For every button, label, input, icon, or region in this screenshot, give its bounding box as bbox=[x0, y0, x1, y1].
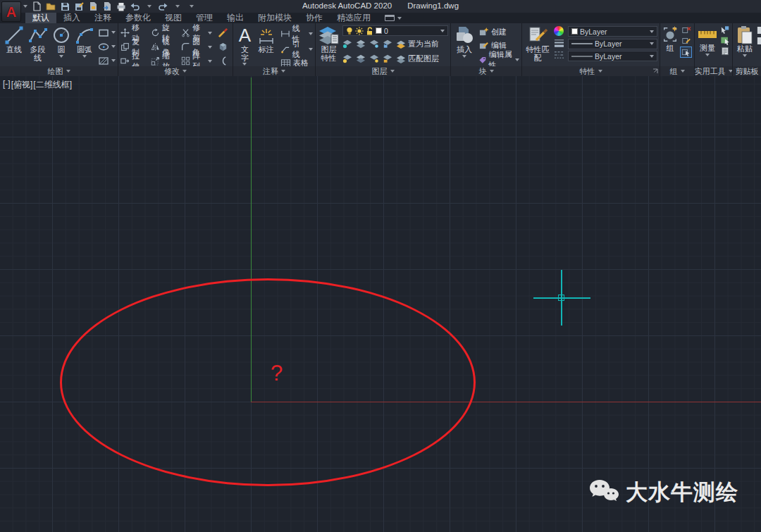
linetype-combo[interactable]: ByLayer bbox=[568, 51, 657, 61]
circle-flyout-icon[interactable] bbox=[59, 55, 63, 58]
copy-clip-icon[interactable] bbox=[756, 37, 761, 45]
array-flyout-icon[interactable] bbox=[208, 60, 212, 63]
panel-label-group[interactable]: 组 bbox=[660, 66, 694, 76]
panel-label-annotation[interactable]: 注释 bbox=[233, 66, 315, 76]
panel-label-block[interactable]: 块 bbox=[451, 66, 521, 76]
new-file-icon[interactable] bbox=[31, 1, 42, 11]
group-tool[interactable]: 组 bbox=[662, 25, 679, 66]
line-tool[interactable]: 直线 bbox=[4, 25, 24, 66]
tab-default[interactable]: 默认 bbox=[25, 13, 56, 23]
lineweight-combo[interactable]: ByLayer bbox=[568, 39, 657, 49]
tab-collaborate[interactable]: 协作 bbox=[299, 13, 330, 23]
layer-off-icon[interactable] bbox=[342, 39, 352, 49]
ribbon-display-toggle[interactable] bbox=[385, 13, 402, 23]
undo-dropdown-icon[interactable] bbox=[144, 1, 154, 11]
redo-icon[interactable] bbox=[158, 1, 168, 11]
layer-lock-icon[interactable] bbox=[383, 39, 392, 49]
dimension-tool[interactable]: 标注 bbox=[256, 25, 276, 66]
layer-on-all-icon[interactable] bbox=[342, 54, 352, 63]
cut-icon[interactable] bbox=[756, 26, 761, 35]
polyline-tool[interactable]: 多段线 bbox=[27, 25, 48, 66]
viewport-visual-style-control[interactable]: [二维线框] bbox=[33, 79, 72, 91]
panel-label-utilities[interactable]: 实用工具 bbox=[695, 66, 732, 76]
viewport-minimize-control[interactable]: [-] bbox=[3, 79, 11, 91]
layer-thaw-all-icon[interactable] bbox=[356, 54, 366, 63]
ellipse-tool[interactable] bbox=[98, 41, 116, 52]
set-current-layer-tool[interactable]: 置为当前 bbox=[396, 37, 439, 51]
match-layer-tool[interactable]: 匹配图层 bbox=[396, 52, 439, 66]
panel-label-draw[interactable]: 绘图 bbox=[0, 66, 118, 76]
text-flyout-icon[interactable] bbox=[242, 63, 247, 66]
tab-output[interactable]: 输出 bbox=[220, 13, 251, 23]
panel-label-modify[interactable]: 修改 bbox=[118, 66, 233, 76]
edit-attributes-flyout-icon[interactable] bbox=[515, 58, 519, 61]
panel-label-clipboard[interactable]: 剪贴板 bbox=[733, 66, 761, 76]
insert-block-tool[interactable]: 插入 bbox=[454, 25, 474, 66]
measure-tool[interactable]: 测量 bbox=[697, 25, 718, 66]
match-properties-tool[interactable]: 特性匹配 bbox=[526, 25, 550, 66]
tab-annotate[interactable]: 注释 bbox=[87, 13, 118, 23]
drawing-canvas[interactable]: [-] [俯视] [二维线框] ? 大水牛测绘 bbox=[0, 76, 761, 532]
text-tool[interactable]: A 文字 bbox=[237, 25, 252, 66]
layer-properties-tool[interactable]: 图层特性 bbox=[318, 25, 340, 66]
create-block-tool[interactable]: 创建 bbox=[478, 26, 519, 37]
tab-insert[interactable]: 插入 bbox=[56, 13, 87, 23]
linetype-icon[interactable] bbox=[554, 50, 564, 60]
color-wheel-icon[interactable] bbox=[554, 26, 564, 36]
layer-previous-icon[interactable] bbox=[369, 54, 379, 63]
linear-flyout-icon[interactable] bbox=[309, 32, 313, 35]
layer-isolate-icon[interactable] bbox=[356, 39, 366, 49]
plot-icon[interactable] bbox=[116, 1, 126, 11]
hatch-tool[interactable] bbox=[98, 55, 116, 66]
rectangle-tool[interactable] bbox=[98, 27, 116, 38]
arc-tool[interactable]: 圆弧 bbox=[75, 25, 94, 66]
quick-select-icon[interactable] bbox=[720, 36, 730, 45]
arc-flyout-icon[interactable] bbox=[82, 55, 87, 58]
undo-icon[interactable] bbox=[130, 1, 140, 11]
ellipse-flyout-icon[interactable] bbox=[111, 45, 116, 48]
autocad-app-button[interactable]: A bbox=[1, 1, 21, 22]
object-color-combo[interactable]: ByLayer bbox=[568, 26, 657, 37]
app-button-dropdown-icon[interactable] bbox=[23, 5, 27, 8]
open-file-icon[interactable] bbox=[45, 1, 56, 11]
layer-select-combo[interactable]: 0 bbox=[342, 25, 448, 36]
save-as-icon[interactable] bbox=[73, 1, 84, 11]
lineweight-icon[interactable] bbox=[554, 38, 564, 48]
circle-tool[interactable]: 圆 bbox=[51, 25, 71, 66]
insert-flyout-icon[interactable] bbox=[462, 55, 466, 58]
trim-flyout-icon[interactable] bbox=[208, 32, 212, 35]
open-from-web-icon[interactable] bbox=[87, 1, 98, 11]
explode-tool[interactable] bbox=[218, 40, 230, 54]
panel-label-layers[interactable]: 图层 bbox=[316, 66, 450, 76]
save-icon[interactable] bbox=[59, 1, 70, 11]
export-icon[interactable] bbox=[101, 1, 112, 11]
edit-attributes-tool[interactable]: 编辑属性 bbox=[478, 53, 519, 66]
group-select-toggle[interactable] bbox=[680, 47, 692, 58]
redo-dropdown-icon[interactable] bbox=[172, 1, 182, 11]
tab-view[interactable]: 视图 bbox=[158, 13, 189, 23]
rectangle-flyout-icon[interactable] bbox=[111, 31, 116, 34]
quick-calc-icon[interactable] bbox=[720, 47, 730, 56]
customize-quick-access-icon[interactable] bbox=[186, 1, 197, 11]
tab-featured-apps[interactable]: 精选应用 bbox=[330, 13, 378, 23]
tab-manage[interactable]: 管理 bbox=[189, 13, 220, 23]
hatch-flyout-icon[interactable] bbox=[111, 59, 116, 62]
leader-tool[interactable]: 引线 bbox=[280, 42, 313, 56]
paste-flyout-icon[interactable] bbox=[743, 54, 747, 57]
erase-tool[interactable] bbox=[218, 26, 230, 39]
edit-group-icon[interactable] bbox=[681, 36, 691, 45]
ungroup-icon[interactable] bbox=[681, 25, 691, 35]
layer-freeze-icon[interactable] bbox=[369, 39, 379, 49]
red-ellipse-object[interactable] bbox=[60, 278, 476, 486]
id-point-icon[interactable] bbox=[720, 25, 730, 35]
tab-addins[interactable]: 附加模块 bbox=[251, 13, 299, 23]
viewport-view-control[interactable]: [俯视] bbox=[11, 79, 33, 91]
paste-tool[interactable]: 粘贴 bbox=[736, 25, 754, 66]
fillet-flyout-icon[interactable] bbox=[208, 46, 212, 49]
measure-flyout-icon[interactable] bbox=[705, 54, 710, 56]
tab-parametric[interactable]: 参数化 bbox=[118, 13, 158, 23]
layer-unlock-all-icon[interactable] bbox=[383, 54, 392, 63]
panel-label-properties[interactable]: 特性 bbox=[522, 66, 660, 76]
panel-launcher-icon[interactable] bbox=[652, 68, 658, 74]
leader-flyout-icon[interactable] bbox=[309, 48, 313, 51]
